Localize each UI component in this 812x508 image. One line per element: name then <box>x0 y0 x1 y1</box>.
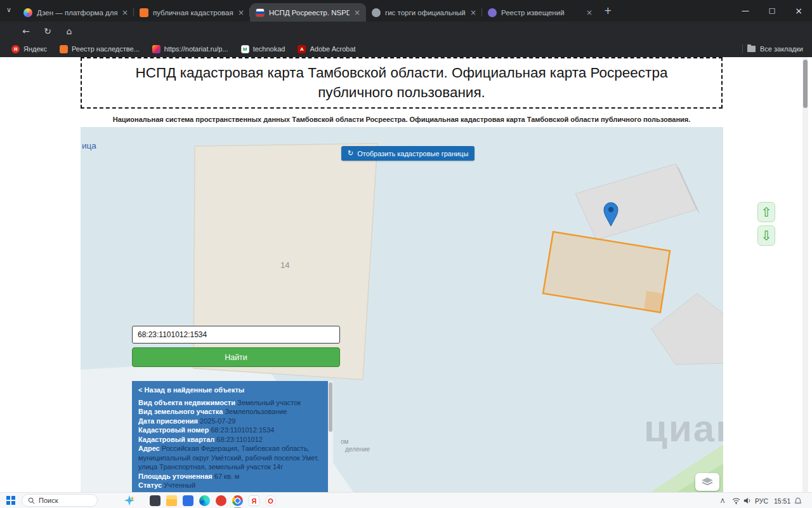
info-row: Вид земельного участка Землепользование <box>138 407 323 417</box>
bookmark-notariat[interactable]: https://notariat.ru/p... <box>152 45 228 53</box>
search-label: Поиск <box>39 497 58 504</box>
parcel-info-panel: < Назад в найденные объекты Вид объекта … <box>132 381 333 492</box>
back-to-results-link[interactable]: < Назад в найденные объекты <box>138 385 323 395</box>
back-button[interactable]: ← <box>19 25 33 37</box>
task-view-icon[interactable] <box>150 495 160 506</box>
technokad-icon: M <box>241 45 249 53</box>
tab-close-icon[interactable]: × <box>354 9 360 17</box>
info-row: Кадастровый номер 68:23:1101012:1534 <box>138 425 323 435</box>
building-number-label: 14 <box>280 260 289 270</box>
home-button[interactable]: ⌂ <box>62 25 76 37</box>
info-row: Дата присвоения 2025-07-29 <box>138 417 323 426</box>
tab-close-icon[interactable]: × <box>586 9 593 17</box>
bookmark-label: Яндекс <box>23 45 47 53</box>
scroll-up-button[interactable]: ⇧ <box>757 202 775 222</box>
bookmark-label: technokad <box>253 45 285 53</box>
tab-label: НСПД Росреестр. NSPD публи <box>269 9 350 17</box>
bookmark-yandex[interactable]: Я Яндекс <box>11 45 47 53</box>
start-button-icon[interactable] <box>6 496 15 505</box>
layers-icon <box>700 477 714 487</box>
window-maximize-button[interactable]: □ <box>759 0 785 21</box>
all-bookmarks-button[interactable]: Все закладки <box>742 41 803 57</box>
bookmark-label: Adobe Acrobat <box>310 45 355 53</box>
bookmark-technokad[interactable]: M technokad <box>241 45 285 53</box>
tab-search-icon[interactable]: ∨ <box>6 6 11 14</box>
watermark-text: циан <box>644 406 723 450</box>
browser-toolbar: ← ↻ ⌂ nspd-rosreestr.ru/region/a9a71961-… <box>0 22 812 41</box>
taskbar: Поиск Я O ᐱ РУС 15:51 <box>0 492 812 508</box>
language-indicator[interactable]: РУС <box>755 493 768 508</box>
russia-flag-favicon-icon <box>256 8 265 17</box>
info-row: Вид объекта недвижимости Земельный участ… <box>138 398 323 408</box>
pkk-favicon-icon <box>140 8 148 17</box>
bookmarks-bar: Я Яндекс Реестр наследстве... https://no… <box>0 41 812 57</box>
reestr-icon <box>60 45 68 53</box>
show-cadastral-borders-button[interactable]: ↻ Отобразить кадастровые границы <box>341 146 475 161</box>
bookmark-reestr[interactable]: Реестр наследстве... <box>60 45 140 53</box>
tab-nspd-active[interactable]: НСПД Росреестр. NSPD публи × <box>250 3 366 22</box>
tab-label: Дзен — платформа для прос <box>37 9 117 17</box>
browser-tabstrip: ∨ Дзен — платформа для прос × публичная … <box>0 0 812 22</box>
bookmark-label: Реестр наследстве... <box>72 45 140 53</box>
panel-scrollbar-thumb[interactable] <box>329 382 332 432</box>
yandex-icon: Я <box>11 45 20 53</box>
desktop: ∨ Дзен — платформа для прос × публичная … <box>0 0 812 508</box>
pin-favicon-icon <box>488 8 497 17</box>
tab-close-icon[interactable]: × <box>122 9 128 17</box>
info-row: Кадастровый квартал 68:23:1101012 <box>138 435 323 444</box>
app-icon[interactable] <box>183 495 193 506</box>
new-tab-button[interactable]: + <box>604 5 612 17</box>
app-icon-red[interactable] <box>216 495 226 506</box>
all-bookmarks-label: Все закладки <box>760 45 803 53</box>
tab-label: Реестр извещений <box>501 9 582 17</box>
street-name-label: ица <box>82 141 96 150</box>
page-scrollbar[interactable] <box>802 57 808 492</box>
tab-gis-torgi[interactable]: гис торги официальный сайт - × <box>366 3 482 22</box>
page-scrollbar-thumb[interactable] <box>803 60 808 108</box>
file-explorer-icon[interactable] <box>166 495 177 506</box>
window-close-button[interactable]: × <box>785 0 812 21</box>
tab-label: гис торги официальный сайт - <box>385 9 466 17</box>
info-row: Адрес Российская Федерация, Тамбовская о… <box>138 444 323 472</box>
notifications-bell-icon[interactable] <box>794 493 802 508</box>
map-partial-label: ом <box>341 438 348 445</box>
map-partial-label: деление <box>345 446 370 453</box>
tray-expand-icon[interactable]: ᐱ <box>721 493 724 508</box>
gis-favicon-icon <box>372 8 381 17</box>
yandex-browser-icon[interactable]: Я <box>249 495 259 506</box>
acrobat-icon: A <box>298 45 306 53</box>
panel-scrollbar[interactable] <box>328 381 333 492</box>
window-minimize-button[interactable]: — <box>732 0 759 21</box>
page-subtitle: Национальная система пространственных да… <box>81 116 723 123</box>
dzen-favicon-icon <box>23 8 32 17</box>
find-button[interactable]: Найти <box>132 347 340 367</box>
refresh-icon: ↻ <box>348 149 353 157</box>
edge-icon[interactable] <box>199 495 210 506</box>
volume-icon[interactable] <box>743 493 751 508</box>
clock[interactable]: 15:51 <box>774 493 790 508</box>
search-icon <box>28 497 35 504</box>
widgets-icon[interactable] <box>124 495 134 508</box>
divider <box>742 44 743 53</box>
map-layers-button[interactable] <box>695 473 719 491</box>
network-icon[interactable] <box>732 493 740 508</box>
tab-reestr[interactable]: Реестр извещений × <box>482 3 598 22</box>
info-row: Статус Учтенный <box>138 481 323 490</box>
folder-icon <box>747 46 756 52</box>
borders-button-label: Отобразить кадастровые границы <box>357 150 468 157</box>
web-page: НСПД кадастровая карта Тамбовской област… <box>0 57 812 492</box>
cadastral-map[interactable]: ица ↻ Отобразить кадастровые границы 14 … <box>81 127 723 492</box>
bookmark-acrobat[interactable]: A Adobe Acrobat <box>298 45 355 53</box>
tab-close-icon[interactable]: × <box>238 9 244 17</box>
reload-button[interactable]: ↻ <box>41 25 55 37</box>
notariat-icon <box>152 45 160 53</box>
info-row: Площадь уточненная 67 кв. м <box>138 472 323 481</box>
tab-pkk[interactable]: публичная кадастровая карта × <box>134 3 250 22</box>
opera-icon[interactable]: O <box>265 495 276 506</box>
tab-close-icon[interactable]: × <box>470 9 476 17</box>
taskbar-search[interactable]: Поиск <box>22 494 98 507</box>
cadastral-search-input[interactable] <box>132 326 340 344</box>
scroll-down-button[interactable]: ⇩ <box>757 225 775 246</box>
tab-dzen[interactable]: Дзен — платформа для прос × <box>18 3 134 22</box>
chrome-icon[interactable] <box>232 495 243 506</box>
